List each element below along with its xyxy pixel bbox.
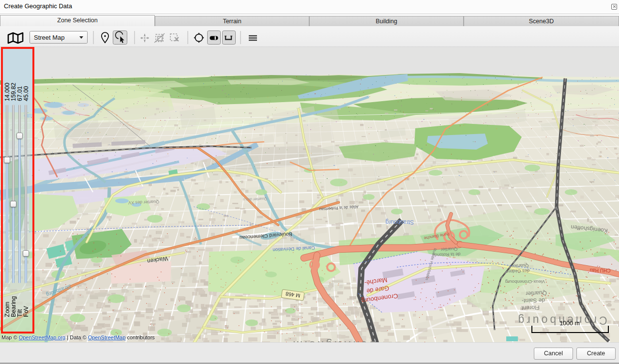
svg-text:Street Map: Street Map	[34, 34, 65, 41]
svg-text:de Saint-: de Saint-	[522, 297, 545, 304]
svg-text:Quartier des: Quartier des	[246, 197, 267, 202]
svg-text:Schiltigheim: Schiltigheim	[291, 339, 377, 342]
svg-text:Strasbourg: Strasbourg	[386, 219, 414, 226]
svg-text:Vieux-Cronenbourg: Vieux-Cronenbourg	[505, 279, 545, 285]
svg-text:des Cédres: des Cédres	[506, 268, 529, 274]
svg-text:Quartier: Quartier	[512, 263, 529, 269]
svg-text:Quartier: Quartier	[441, 246, 458, 252]
svg-text:Florent: Florent	[521, 304, 540, 311]
svg-text:CHU Hau: CHU Hau	[590, 268, 611, 273]
svg-text:Quartier: Quartier	[526, 289, 547, 297]
